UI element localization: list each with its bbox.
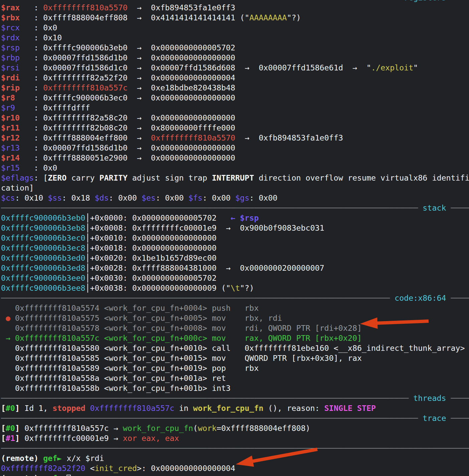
text-segment: : 0x18 [62, 193, 95, 202]
text-segment [1, 313, 6, 322]
text-segment [399, 0, 404, 2]
register-row-rbp: $rbp : 0x00007ffd1586d1b0 → 0x0000000000… [1, 53, 469, 63]
text-segment: =0xffff888004eff808) [216, 424, 310, 433]
text-segment: $es [142, 193, 156, 202]
register-row-r14: $r14 : 0xffff8880051e2900 → 0x0000000000… [1, 153, 469, 163]
terminal-screen[interactable]: ────────────────────────────────────────… [1, 0, 469, 476]
stack-row-3: 0xffffc900006b3ec8│+0x0018: 0x0000000000… [1, 243, 469, 253]
text-segment: ← [230, 213, 240, 222]
text-segment: : [20, 33, 43, 42]
text-segment: │+0x0000: [85, 213, 132, 222]
section-header-trace: ────────────────────────────────────────… [1, 413, 469, 423]
text-segment: ──── [451, 0, 469, 2]
text-segment: 0xffffffff810a5589 <work_for_cpu_fn+0019… [15, 364, 259, 373]
section-header-code: ────────────────────────────────────────… [1, 293, 469, 303]
text-segment: $rdx [1, 33, 20, 42]
text-segment: $ss [48, 193, 62, 202]
text-segment: 0x10 [43, 33, 62, 42]
instruction-pointer-icon: → [6, 333, 10, 342]
text-segment: : [20, 23, 43, 32]
text-segment: Id 1, [24, 404, 52, 413]
text-segment: " [413, 63, 418, 72]
text-segment: [ [1, 404, 6, 413]
text-segment: 0xffffffff810a558a <work_for_cpu_fn+001a… [15, 374, 226, 383]
text-segment [10, 333, 15, 342]
text-segment: : 0x10 [15, 193, 48, 202]
register-row-r9: $r9 : 0xffffdfff [1, 103, 469, 113]
text-segment: trace [423, 414, 446, 423]
register-row-rbx: $rbx : 0xffff888004eff808 → 0x4141414141… [1, 13, 469, 23]
text-segment: 0xffffffff810a557c [90, 404, 174, 413]
text-segment: : [20, 123, 43, 132]
text-segment: [ [1, 424, 6, 433]
text-segment: $rax [1, 3, 20, 12]
text-segment: 0xffff888004eff808 [43, 13, 127, 22]
text-segment: │+0x0038: [85, 283, 132, 292]
text-segment: $rcx [1, 23, 20, 32]
text-segment: $r13 [1, 143, 20, 152]
text-segment: ./exploit [371, 63, 413, 72]
code-row-6: 0xffffffff810a5589 <work_for_cpu_fn+0019… [1, 363, 469, 373]
text-segment: : [20, 3, 43, 12]
prompt-arrow-icon: ► [57, 454, 66, 463]
register-row-r11: $r11 : 0xffffffff82b08c20 → 0x80000000ff… [1, 123, 469, 133]
text-segment: $r12 [1, 133, 20, 142]
code-row-4: 0xffffffff810a5580 <work_for_cpu_fn+0010… [1, 343, 469, 353]
text-segment: (remote) [1, 474, 38, 476]
text-segment: 0xffffffff810a5580 <work_for_cpu_fn+0010… [15, 343, 465, 352]
thread-row-0: [#0] Id 1, stopped 0xffffffff810a557c in… [1, 403, 469, 413]
terminal-cursor[interactable] [66, 475, 71, 476]
text-segment: → [128, 143, 151, 152]
text-segment [390, 293, 395, 302]
register-row-rsi: $rsi : 0x00007ffd1586d1c0 → 0x00007ffd15… [1, 63, 469, 73]
text-segment: gef [43, 454, 57, 463]
code-row-8: 0xffffffff810a558b <work_for_cpu_fn+001b… [1, 383, 469, 393]
text-segment: : [20, 13, 43, 22]
text-segment: 0x0000000000000000 [132, 233, 216, 242]
text-segment [418, 203, 423, 212]
text-segment: 0xffffffff82b08c20 [43, 123, 127, 132]
text-segment: 0xffffffff810a5570 [43, 3, 127, 12]
text-segment: → [235, 63, 259, 72]
code-row-2: 0xffffffff810a5578 <work_for_cpu_fn+0008… [1, 323, 469, 333]
text-segment: → [128, 133, 151, 142]
text-segment: \t [230, 283, 240, 292]
text-segment: ────────────────────────────────────────… [1, 203, 418, 212]
text-segment: 0xfb894853fa1e0ff3 [151, 3, 235, 12]
text-segment: $rsp [1, 43, 20, 52]
text-segment [1, 374, 15, 383]
text-segment: 0xffffc900006b3ee8 [1, 283, 85, 292]
text-segment: ► [57, 474, 66, 476]
text-segment [38, 474, 43, 476]
text-segment: SINGLE STEP [324, 404, 376, 413]
register-row-rax: $rax : 0xffffffff810a5570 → 0xfb894853fa… [1, 3, 469, 13]
text-segment: → [216, 223, 240, 232]
text-segment: ] [15, 404, 24, 413]
text-segment: 0xfb894853fa1e0ff3 [259, 133, 343, 142]
text-segment: 0xffffffff810a5574 <work_for_cpu_fn+0004… [15, 303, 259, 312]
text-segment: 0x0000000000000004 [151, 73, 235, 82]
text-segment: $gs [235, 193, 249, 202]
register-row-rdi: $rdi : 0xffffffff82a52f20 → 0x0000000000… [1, 73, 469, 83]
register-row-eflags-wrap: cation] [1, 183, 469, 193]
text-segment: 0xffffc900006b3ec0 [1, 233, 85, 242]
text-segment: 0xffffffff810a557c [43, 83, 127, 92]
text-segment: 0xffffffff810a557c <work_for_cpu_fn+000c… [15, 333, 362, 342]
register-row-eflags: $eflags: [ZERO carry PARITY adjust sign … [1, 173, 469, 183]
text-segment: → [128, 3, 151, 12]
text-segment: $r9 [1, 103, 15, 112]
text-segment: 0x0000000200000007 [240, 263, 324, 272]
text-segment [38, 454, 43, 463]
text-segment: ────────────────────────────────────────… [1, 414, 418, 423]
text-segment: "?) [287, 13, 301, 22]
text-segment [446, 0, 451, 2]
text-segment: │+0x0020: [85, 253, 132, 262]
text-segment: $rip [1, 83, 20, 92]
stack-row-1: 0xffffc900006b3eb8│+0x0008: 0xffffffffc0… [1, 223, 469, 233]
register-row-r8: $r8 : 0xffffc900006b3ec0 → 0x00000000000… [1, 93, 469, 103]
text-segment: ──── [451, 293, 469, 302]
register-row-r15: $r15 : 0x0 [1, 163, 469, 173]
breakpoint-icon: ● [6, 313, 10, 322]
context-separator: ────────────────────────────────────────… [1, 443, 469, 453]
text-segment: $r11 [1, 123, 20, 132]
